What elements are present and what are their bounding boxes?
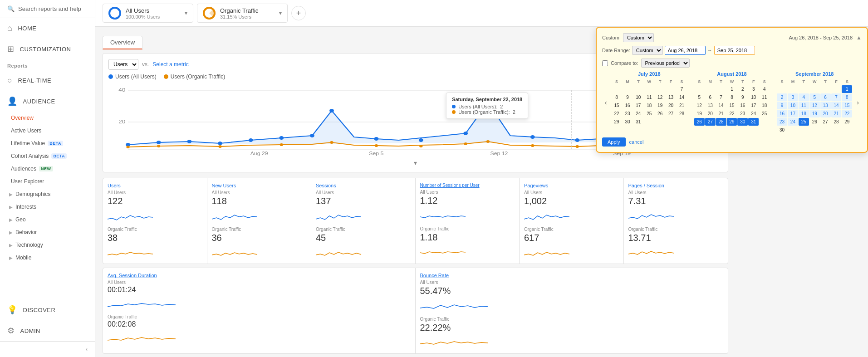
- sidebar-item-technology[interactable]: ▶ Technology: [0, 239, 95, 251]
- metric-allusers-label-3: All Users: [420, 190, 515, 195]
- metric-ps-value: 7.31: [628, 196, 724, 206]
- date-range-type-select[interactable]: Custom: [632, 46, 663, 55]
- sidebar-item-behavior[interactable]: ▶ Behavior: [0, 226, 95, 239]
- mini-chart-users-orange: [108, 245, 202, 258]
- sidebar-sub-active-users[interactable]: Active Users: [0, 124, 95, 137]
- sidebar-sub-overview[interactable]: Overview: [0, 112, 95, 124]
- compare-period-select[interactable]: Previous period: [641, 59, 690, 68]
- sidebar-item-realtime[interactable]: ○ REAL-TIME: [0, 70, 95, 91]
- compare-checkbox[interactable]: [602, 60, 608, 66]
- segment-organic-traffic[interactable]: Organic Traffic 31.15% Users ▾: [197, 4, 288, 23]
- search-bar[interactable]: 🔍 Search reports and help: [0, 0, 95, 18]
- metric-title-bounce-rate[interactable]: Bounce Rate: [420, 273, 724, 278]
- content-area: Custom Custom Aug 26, 2018 - Sep 25, 201…: [95, 27, 868, 357]
- svg-point-12: [310, 134, 314, 137]
- sidebar-item-customization[interactable]: ⊞ CUSTOMIZATION: [0, 39, 95, 59]
- sidebar-item-interests[interactable]: ▶ Interests: [0, 201, 95, 213]
- august-title: August 2018: [694, 71, 770, 77]
- select-metric-link[interactable]: Select a metric: [152, 61, 188, 68]
- legend-item-organic: Users (Organic Traffic): [164, 73, 225, 80]
- sidebar-item-geo[interactable]: ▶ Geo: [0, 213, 95, 226]
- svg-point-18: [530, 135, 535, 139]
- sidebar-customization-label: CUSTOMIZATION: [20, 46, 71, 53]
- metric-allusers-label-2: All Users: [316, 190, 411, 195]
- metric-title-pages-session[interactable]: Pages / Session: [628, 183, 724, 188]
- august-grid: SMTWTFS 1234 567891011 12131415161718 19…: [694, 78, 770, 126]
- discover-icon: 💡: [7, 305, 18, 315]
- calendar-next-button[interactable]: ›: [854, 98, 862, 107]
- day-header: S: [612, 78, 622, 85]
- svg-point-14: [374, 137, 378, 141]
- svg-point-11: [279, 136, 284, 140]
- date-header-arrow[interactable]: ▲: [856, 34, 862, 41]
- apply-button[interactable]: Apply: [602, 137, 626, 147]
- end-date-input[interactable]: [714, 46, 755, 55]
- home-icon: ⌂: [7, 24, 12, 33]
- metric-select[interactable]: Users: [108, 59, 138, 70]
- add-segment-button[interactable]: +: [291, 6, 306, 20]
- metric-users-value: 122: [108, 196, 202, 206]
- mini-chart-sessions-blue: [316, 210, 411, 223]
- calendar-prev-button[interactable]: ‹: [602, 98, 610, 107]
- metric-title-avg-duration[interactable]: Avg. Session Duration: [108, 273, 411, 278]
- cancel-button[interactable]: cancel: [629, 137, 644, 147]
- sidebar-item-home[interactable]: ⌂ HOME: [0, 18, 95, 39]
- metric-card-sessions-per-user: Number of Sessions per User All Users 1.…: [416, 178, 520, 264]
- mini-chart-dur-blue: [108, 298, 411, 310]
- metric-users-organic-value: 38: [108, 233, 202, 243]
- metric-organic-label-3: Organic Traffic: [420, 226, 515, 231]
- sidebar-sub-cohort[interactable]: Cohort Analysis BETA: [0, 150, 95, 162]
- collapse-icon: ‹: [86, 346, 88, 352]
- sidebar-sub-lifetime[interactable]: Lifetime Value BETA: [0, 137, 95, 150]
- metric-pageviews-organic-value: 617: [524, 233, 619, 243]
- sidebar-sub-audiences[interactable]: Audiences NEW: [0, 162, 95, 175]
- compare-row: Compare to: Previous period: [602, 59, 862, 68]
- sidebar-collapse-button[interactable]: ‹: [0, 341, 95, 357]
- metric-allusers-label-6: All Users: [108, 280, 411, 285]
- chart-scroll-down[interactable]: ▾: [108, 159, 722, 166]
- arrow-icon-geo: ▶: [9, 217, 13, 222]
- metric-card-pages-session: Pages / Session All Users 7.31 Organic T…: [624, 178, 728, 264]
- sidebar-item-audience[interactable]: 👤 AUDIENCE: [0, 91, 95, 112]
- sidebar-item-discover[interactable]: 💡 DISCOVER: [0, 299, 95, 320]
- metric-title-users[interactable]: Users: [108, 183, 202, 188]
- range-type-select[interactable]: Custom: [623, 33, 654, 42]
- svg-point-13: [329, 109, 334, 112]
- metric-avg-dur-organic-value: 00:02:08: [108, 320, 411, 328]
- svg-point-25: [218, 145, 221, 148]
- svg-text:40: 40: [118, 87, 125, 93]
- svg-point-15: [419, 138, 423, 142]
- metric-ps-organic-value: 13.71: [628, 233, 724, 243]
- mini-chart-users-blue: [108, 210, 202, 223]
- calendar-header: ‹ July 2018 SMTWTFS 7 891011121314 15161…: [602, 71, 862, 134]
- metric-title-pageviews[interactable]: Pageviews: [524, 183, 619, 188]
- svg-point-9: [218, 142, 222, 145]
- sidebar-item-demographics[interactable]: ▶ Demographics: [0, 188, 95, 201]
- sidebar-item-admin[interactable]: ⚙ ADMIN: [0, 320, 95, 341]
- calendar-september: September 2018 SMTWTFS 1 2345678 9101112…: [777, 71, 852, 134]
- metric-title-sessions-per-user[interactable]: Number of Sessions per User: [420, 183, 515, 188]
- arrow-icon-mobile: ▶: [9, 255, 13, 260]
- overview-tab[interactable]: Overview: [103, 36, 142, 49]
- sidebar-home-label: HOME: [18, 25, 36, 32]
- metric-title-sessions[interactable]: Sessions: [316, 183, 411, 188]
- metric-card-avg-duration: Avg. Session Duration All Users 00:01:24…: [103, 268, 416, 353]
- metric-card-pageviews: Pageviews All Users 1,002 Organic Traffi…: [520, 178, 624, 264]
- metric-allusers-label-1: All Users: [212, 190, 307, 195]
- segment-all-users[interactable]: All Users 100.00% Users ▾: [103, 4, 193, 23]
- sidebar-sub-user-explorer[interactable]: User Explorer: [0, 175, 95, 188]
- svg-point-30: [464, 142, 467, 145]
- legend-dot-orange: [164, 74, 168, 79]
- reports-section-title: Reports: [0, 59, 95, 70]
- svg-point-27: [330, 141, 333, 144]
- mini-chart-newusers-orange: [212, 245, 307, 258]
- metric-organic-label-2: Organic Traffic: [316, 227, 411, 232]
- all-users-text: All Users 100.00% Users: [126, 7, 180, 20]
- arrow-icon-behavior: ▶: [9, 230, 13, 235]
- svg-text:Aug 29: Aug 29: [250, 151, 268, 156]
- metric-title-new-users[interactable]: New Users: [212, 183, 307, 188]
- start-date-input[interactable]: [665, 46, 706, 55]
- sidebar-item-mobile[interactable]: ▶ Mobile: [0, 251, 95, 264]
- admin-icon: ⚙: [7, 326, 15, 336]
- search-icon: 🔍: [7, 5, 15, 12]
